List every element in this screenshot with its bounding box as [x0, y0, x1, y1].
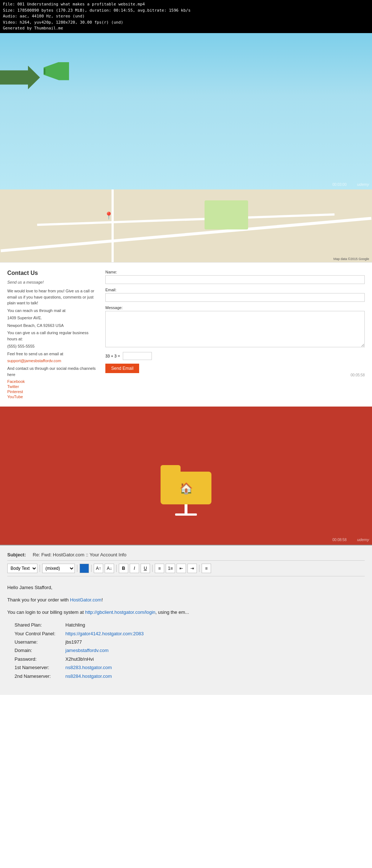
map-background: 📍 Map data ©2015 Google — [0, 189, 372, 262]
password-label: Password: — [7, 655, 65, 663]
billing-link[interactable]: http://gbclient.hostgator.com/login — [85, 609, 155, 615]
shared-plan-label: Shared Plan: — [7, 621, 65, 629]
map-section: 📍 Map data ©2015 Google — [0, 189, 372, 262]
folder-tab — [161, 465, 181, 472]
captcha-text: 33 + 3 = — [105, 354, 120, 358]
email-label: Email: — [105, 288, 365, 292]
email-subject-row: Subject: Re: Fwd: HostGator.com :: Your … — [7, 549, 365, 561]
contact-social-label: And contact us through our social media … — [7, 365, 98, 377]
email-greeting: Hello James Stafford, — [7, 584, 365, 592]
folder-base — [175, 513, 197, 516]
username-row: Username: jbs1977 — [7, 638, 365, 646]
contact-info: Contact Us Send us a message! We would l… — [7, 270, 105, 400]
contact-address2: Newport Beach, CA 92663 USA — [7, 323, 98, 329]
name-field-group: Name: — [105, 270, 365, 284]
toolbar-separator-5 — [152, 565, 153, 572]
map-attribution: Map data ©2015 Google — [333, 257, 369, 261]
font-select[interactable]: (mixed) — [42, 564, 75, 573]
billing-text-end: , using the em... — [155, 609, 189, 615]
video2-timestamp: 00:08:58 — [332, 538, 347, 542]
ns1-row: 1st Nameserver: ns8283.hostgator.com — [7, 663, 365, 672]
contact-form: Name: Email: Message: 33 + 3 = Send Emai… — [105, 270, 365, 400]
unordered-list-button[interactable]: ≡ — [155, 564, 164, 573]
video-file-info: File: 001 Understanding what makes a pro… — [3, 1, 369, 8]
folder-icon: 🏠 — [161, 472, 211, 516]
ns2-link[interactable]: ns8284.hostgator.com — [65, 672, 112, 680]
email-field-group: Email: — [105, 288, 365, 302]
username-label: Username: — [7, 638, 65, 646]
password-row: Password: X2hut3b!nHvi — [7, 655, 365, 663]
bold-button[interactable]: B — [119, 564, 128, 573]
message-textarea[interactable] — [105, 311, 365, 347]
contact-facebook-link[interactable]: Facebook — [7, 379, 25, 384]
email-input[interactable] — [105, 293, 365, 302]
send-email-button[interactable]: Send Email — [105, 364, 139, 373]
control-panel-link[interactable]: https://gator4142.hostgator.com:2083 — [65, 629, 143, 638]
video-audio-info: Audio: aac, 44100 Hz, stereo (und) — [3, 13, 369, 20]
email-billing-line: You can login to our billing system at h… — [7, 608, 365, 616]
thank-you-end: ! — [101, 597, 103, 603]
italic-button[interactable]: I — [130, 564, 139, 573]
contact-phone-label: You can give us a call during regular bu… — [7, 330, 98, 342]
ns1-label: 1st Nameserver: — [7, 663, 65, 672]
editor-toolbar: Body Text (mixed) A↑ A↓ B I U ≡ 1≡ ⇤ ⇥ ≡ — [7, 561, 365, 576]
control-panel-row: Your Control Panel: https://gator4142.ho… — [7, 629, 365, 638]
font-size-increase-button[interactable]: A↑ — [94, 564, 103, 573]
arrow-shape — [0, 66, 40, 89]
toolbar-separator-1 — [40, 565, 40, 572]
indent-increase-button[interactable]: ⇥ — [187, 564, 197, 573]
map-park-area — [205, 200, 248, 229]
contact-description: We would love to hear from you! Give us … — [7, 288, 98, 306]
map-road-vertical-1 — [112, 189, 114, 262]
email-thank-you: Thank you for your order with HostGator.… — [7, 596, 365, 604]
domain-row: Domain: jamesbstaffordv.com — [7, 646, 365, 655]
megaphone-shape — [44, 62, 69, 80]
name-input[interactable] — [105, 275, 365, 284]
email-body: Hello James Stafford, Thank you for your… — [7, 576, 365, 688]
domain-link[interactable]: jamesbstaffordv.com — [65, 646, 109, 655]
text-color-button[interactable] — [80, 564, 89, 573]
ordered-list-button[interactable]: 1≡ — [166, 564, 175, 573]
align-button[interactable]: ≡ — [202, 564, 211, 573]
password-value: X2hut3b!nHvi — [65, 655, 94, 663]
domain-label: Domain: — [7, 646, 65, 655]
contact-tagline: Send us a message! — [7, 279, 98, 285]
account-details: Shared Plan: Hatchling Your Control Pane… — [7, 621, 365, 680]
hostgator-link[interactable]: HostGator.com — [70, 597, 102, 603]
contact-email-label: Feel free to send us an email at — [7, 351, 98, 357]
style-select[interactable]: Body Text — [7, 564, 37, 573]
thank-you-text: Thank you for your order with — [7, 597, 70, 603]
video-size-info: Size: 178500890 bytes (170.23 MiB), dura… — [3, 8, 369, 14]
video-frame-2: 🏠 udemy 00:08:58 — [0, 407, 372, 545]
contact-address1: 1409 Superior AVE. — [7, 315, 98, 321]
folder-stem — [185, 504, 187, 513]
captcha-input[interactable] — [123, 352, 152, 360]
subject-value: Re: Fwd: HostGator.com :: Your Account I… — [33, 552, 126, 557]
udemy-watermark-2: udemy — [357, 537, 369, 542]
video-frame-1: udemy 00:03:00 — [0, 33, 372, 189]
contact-video-timestamp: 00:05:58 — [105, 373, 365, 377]
udemy-watermark-1: udemy — [357, 182, 369, 187]
contact-section: Contact Us Send us a message! We would l… — [0, 262, 372, 407]
map-pin-icon: 📍 — [104, 211, 113, 220]
control-panel-label: Your Control Panel: — [7, 629, 65, 638]
contact-twitter-link[interactable]: Twitter — [7, 384, 19, 389]
underline-button[interactable]: U — [141, 564, 150, 573]
message-field-group: Message: — [105, 305, 365, 348]
toolbar-separator-6 — [199, 565, 199, 572]
house-icon: 🏠 — [179, 482, 193, 495]
indent-decrease-button[interactable]: ⇤ — [177, 564, 186, 573]
toolbar-separator-2 — [77, 565, 77, 572]
contact-youtube-link[interactable]: YouTube — [7, 395, 23, 399]
subject-label: Subject: — [7, 552, 33, 557]
ns2-label: 2nd Nameserver: — [7, 672, 65, 680]
contact-email-link[interactable]: support@jamesbstaffordv.com — [7, 359, 61, 363]
contact-pinterest-link[interactable]: Pinterest — [7, 389, 23, 394]
ns1-link[interactable]: ns8283.hostgator.com — [65, 663, 112, 672]
font-size-decrease-button[interactable]: A↓ — [105, 564, 114, 573]
captcha-row: 33 + 3 = — [105, 352, 365, 360]
contact-heading: Contact Us — [7, 270, 98, 276]
contact-phone: (555) 555-5555 — [7, 343, 98, 349]
folder-body: 🏠 — [161, 472, 211, 504]
username-value: jbs1977 — [65, 638, 82, 646]
